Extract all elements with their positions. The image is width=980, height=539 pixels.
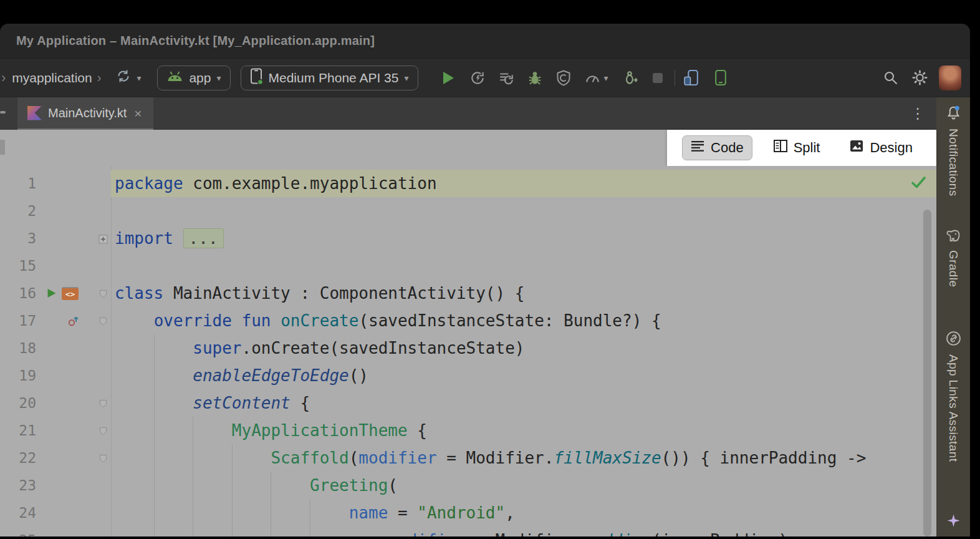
play-icon [440,70,456,86]
code-line[interactable]: 2 [0,197,936,225]
no-problems-check-icon[interactable] [911,174,926,193]
tool-window-gradle[interactable]: Gradle [945,229,962,287]
chevron-down-icon[interactable]: ▾ [604,73,608,83]
code-text: package com.example.myapplication [111,170,936,197]
profile-low-overhead-button[interactable] [553,67,574,89]
debug-button[interactable] [524,67,545,89]
code-line[interactable]: 15 [0,252,936,279]
code-view-icon [691,140,704,156]
gradle-sync-icon [116,69,131,87]
tool-window-label: Notifications [946,129,960,197]
stop-icon [651,71,665,85]
gutter-icons [36,252,95,279]
profiler-button[interactable] [582,67,603,89]
attach-debugger-icon [622,70,638,86]
code-text: override fun onCreate(savedInstanceState… [111,307,936,334]
settings-button[interactable] [909,67,930,89]
code-line[interactable]: 16<>class MainActivity : ComponentActivi… [0,279,936,307]
code-line[interactable]: 25 modifier = Modifier.padding(innerPadd… [0,527,936,537]
gemini-assistant-button[interactable] [946,513,961,530]
code-text: MyApplicationTheme { [111,417,936,444]
code-line[interactable]: 22 Scaffold(modifier = Modifier.fillMaxS… [0,444,936,472]
line-number: 16 [0,279,36,307]
fold-column [95,170,111,197]
run-button[interactable] [437,67,458,89]
apply-changes-button[interactable] [467,67,488,89]
apply-changes-icon [469,70,486,86]
design-view-icon [850,140,863,156]
code-text: import ... [111,225,936,252]
fold-marker-icon[interactable] [98,279,108,307]
run-config-selector[interactable]: app ▾ [157,66,230,90]
gutter-icons [36,389,95,417]
line-number: 15 [0,252,36,279]
fold-column [95,417,111,444]
apply-code-changes-button[interactable] [496,67,517,89]
tool-window-label: App Links Assistant [946,354,960,462]
breadcrumb-project[interactable]: myapplication [12,70,92,85]
user-avatar[interactable] [939,66,961,90]
override-gutter-icon[interactable] [67,314,80,327]
running-devices-icon [712,69,729,86]
phone-device-icon [250,68,263,88]
android-component-gutter-icon[interactable]: <> [62,287,79,300]
fold-column [95,334,111,362]
code-text [111,197,936,225]
run-config-label: app [189,70,211,85]
run-gutter-icon[interactable] [46,288,57,299]
tool-window-notifications[interactable]: Notifications [946,105,961,197]
code-view-button[interactable]: Code [682,135,752,160]
fold-marker-icon[interactable] [98,417,108,444]
device-manager-button[interactable] [681,67,703,89]
code-line[interactable]: 17 override fun onCreate(savedInstanceSt… [0,307,936,334]
fold-column [95,472,111,499]
tab-mainactivity[interactable]: MainActivity.kt × [17,97,153,130]
design-view-label: Design [870,140,912,156]
line-number: 20 [0,389,36,417]
search-everywhere-button[interactable] [880,67,901,89]
running-devices-button[interactable] [710,67,731,89]
tool-window-app-links-assistant[interactable]: App Links Assistant [946,331,961,462]
code-line[interactable]: 19 enableEdgeToEdge() [0,362,936,389]
split-view-button[interactable]: Split [765,135,829,160]
gradle-sync-button[interactable]: ▾ [110,66,147,90]
kebab-menu-icon[interactable]: ⋮ [910,105,925,122]
code-line[interactable]: 1package com.example.myapplication [0,170,936,197]
fold-column [95,225,111,252]
gutter-icons [36,362,95,389]
code-editor[interactable]: 1package com.example.myapplication23impo… [0,166,936,537]
ide-content: MainActivity.kt × ⋮ Code [0,97,970,537]
fold-marker-icon[interactable] [98,225,108,252]
breadcrumb-chevron-icon: › [97,70,102,85]
code-line[interactable]: 3import ... [0,225,936,252]
code-line[interactable]: 21 MyApplicationTheme { [0,417,936,444]
code-line[interactable]: 18 super.onCreate(savedInstanceState) [0,334,936,362]
code-line[interactable]: 20 setContent { [0,389,936,417]
fold-marker-icon[interactable] [98,307,108,334]
android-head-icon [166,70,183,85]
code-text: name = "Android", [111,499,936,527]
ide-window: My Application – MainActivity.kt [My_App… [0,24,970,537]
attach-debugger-button[interactable] [620,67,641,89]
device-selector[interactable]: Medium Phone API 35 ▾ [241,66,418,90]
editor-scrollbar[interactable] [923,210,931,537]
fold-column [95,389,111,417]
chevron-down-icon: ▾ [404,73,408,83]
stop-button[interactable] [647,67,668,89]
gutter-icons [36,334,95,362]
code-line[interactable]: 23 Greeting( [0,472,936,499]
window-title: My Application – MainActivity.kt [My_App… [16,34,375,48]
fold-marker-icon[interactable] [98,389,108,417]
gemini-sparkle-icon [946,513,961,530]
code-text: enableEdgeToEdge() [111,362,936,389]
gutter-icons [36,170,95,197]
design-view-button[interactable]: Design [841,135,921,160]
fold-marker-icon[interactable] [98,444,108,472]
fold-column [95,307,111,334]
split-view-icon [774,140,787,156]
cropped-tool-stripe-fragment [0,111,6,114]
tab-close-icon[interactable]: × [133,107,143,120]
code-line[interactable]: 24 name = "Android", [0,499,936,527]
gutter-icons [36,417,95,444]
fold-column [95,527,111,537]
